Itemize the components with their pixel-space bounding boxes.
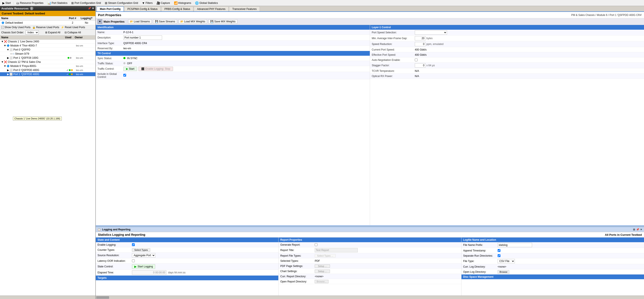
port-statistics-icon: 📊 xyxy=(47,1,51,5)
stream-toggle[interactable]: — xyxy=(10,52,13,55)
port0-qsfpdd-icon: ⬜ xyxy=(10,69,13,72)
tree-row-module6[interactable]: ▼ 🔷 Module 6 'Freya-800G- leo-vm xyxy=(0,64,95,68)
generate-report-checkbox[interactable] xyxy=(315,243,318,246)
file-name-prefix-input[interactable] xyxy=(498,243,532,247)
resource-tree[interactable]: ▼ ❌ Chassis 1 'Live Demo 2400 ▼ 🔷 Module… xyxy=(0,39,95,296)
port0-qsfp-icon: ⬜ xyxy=(10,48,13,51)
tab-advanced-phy[interactable]: Advanced PHY Features xyxy=(194,6,228,11)
testbed-name: Default testbed xyxy=(6,21,23,24)
logging-header-expand-icon[interactable]: ⊞ xyxy=(633,228,635,231)
resource-properties-button[interactable]: 🗂 Resource Properties xyxy=(15,1,45,5)
logging-header-pin-icon[interactable]: 📌 xyxy=(636,228,639,231)
tab-main-port-config[interactable]: Main Port Config xyxy=(97,6,124,11)
logging-header-close-icon[interactable]: ✕ xyxy=(640,228,642,231)
stream-config-grid-button[interactable]: ⊞ Stream Configuration Grid xyxy=(103,1,140,5)
start-logging-button[interactable]: ▶ Start Logging xyxy=(132,264,155,269)
tab-pcs-pma[interactable]: PCS/PMA Config & Status xyxy=(124,6,161,11)
histograms-button[interactable]: 📶 Histograms xyxy=(172,1,193,5)
tree-row-chassis1[interactable]: ▼ ❌ Chassis 1 'Live Demo 2400 xyxy=(0,39,95,44)
port-config-grid-button[interactable]: ⊞ Port Configuration Grid xyxy=(70,1,102,5)
expand-all-button[interactable]: ⊞ Expand All xyxy=(44,30,62,35)
enable-logging-checkbox[interactable] xyxy=(132,243,135,246)
port0-qsfp-toggle[interactable]: ▼ xyxy=(6,48,10,51)
min-ifg-input[interactable] xyxy=(415,36,426,40)
tree-owner-header: Owner xyxy=(75,36,94,39)
tree-row-chassis12[interactable]: ▼ ❌ Chassis 12 'PM & Sales Cha xyxy=(0,60,95,64)
log-open-log-dir-label: Open Log Directory: xyxy=(463,270,498,274)
stagger-input[interactable] xyxy=(415,63,426,67)
log-counter-types-value: Select Types xyxy=(132,248,276,252)
log-latency-value xyxy=(132,260,276,262)
log-curr-report-dir: Curr. Report Directory: <none> xyxy=(278,274,461,279)
port0-qsfpdd-toggle[interactable]: ▶ xyxy=(6,69,10,72)
filters-button[interactable]: ▼ Filters xyxy=(140,1,154,5)
speed-reduction-input[interactable] xyxy=(415,42,426,46)
prop-desc-input[interactable] xyxy=(123,35,162,40)
tree-row-port1-qsfpdd[interactable]: ▶ ⬜ Port 1 'QSFPDD 400G ✓ leo-vm xyxy=(0,72,95,76)
port-config-grid-icon: ⊞ xyxy=(71,1,74,5)
load-streams-button[interactable]: 📂 Load Streams xyxy=(128,19,152,24)
tab-prbs[interactable]: PRBS Config & Status xyxy=(161,6,193,11)
port-speed-select[interactable] xyxy=(415,30,447,35)
main-props-toggle[interactable]: ▼ xyxy=(98,19,102,24)
save-streams-button[interactable]: 💾 Save Streams xyxy=(153,19,177,24)
reserve-used-ports-checkbox[interactable]: 🔒 Reserve Used Ports xyxy=(32,26,59,29)
report-title-input[interactable] xyxy=(315,248,358,252)
collapse-all-button[interactable]: ⊟ Collapse All xyxy=(63,30,82,35)
port1-qsfp28-toggle[interactable]: ▶ xyxy=(6,56,10,59)
reset-used-ports-button[interactable]: ⚡ Reset Used Ports xyxy=(61,26,85,29)
port-statistics-button[interactable]: 📊 Port Statistics xyxy=(46,1,69,5)
port1-qsfpdd-toggle[interactable]: ▶ xyxy=(6,73,10,76)
sync-dot xyxy=(123,57,126,59)
testbed-logging: No xyxy=(79,21,94,24)
autoneg-checkbox[interactable] xyxy=(415,58,418,61)
log-file-type: File Type: CSV File xyxy=(462,258,644,264)
separate-run-dirs-checkbox[interactable] xyxy=(498,254,500,257)
log-latency-oor: Latency OOR Indication: xyxy=(96,258,278,264)
right-panel: Main Port Config PCS/PMA Config & Status… xyxy=(96,6,644,299)
traffic-start-button[interactable]: ▶ Start xyxy=(123,67,137,71)
logging-panel-header[interactable]: 📋 Logging and Reporting ⊞ 📌 ✕ xyxy=(96,227,644,232)
tab-transceiver[interactable]: Transceiver Features xyxy=(229,6,260,11)
start-button[interactable]: ▶ Start xyxy=(1,1,12,5)
chassis1-toggle[interactable]: ▼ xyxy=(1,40,4,43)
tree-row-port0-qsfpdd[interactable]: ▶ ⬜ Port 0 'QSFPDD 400G ✓ leo-vm xyxy=(0,68,95,72)
save-mix-weights-button[interactable]: 💾 Save MIX Weights xyxy=(208,19,237,24)
tree-row-module4[interactable]: ▼ 🔷 Module 4 'Thor-400G-7 leo-vm xyxy=(0,44,95,48)
latency-oor-checkbox[interactable] xyxy=(132,260,135,262)
properties-grid: Identification Name: P-12-6-1 Descriptio… xyxy=(96,25,644,225)
traffic-stop-button[interactable]: ⬛ Enable Logging: Stop xyxy=(138,67,173,71)
testbed-row[interactable]: 🔷 Default testbed 2 No xyxy=(0,21,95,25)
prop-tcvr-temp-label: TCVR Temperature: xyxy=(372,69,415,72)
port0-qsfpdd-used: ✓ xyxy=(63,69,76,72)
open-log-dir-button[interactable]: Browse xyxy=(498,270,510,274)
log-file-type-label: File Type: xyxy=(463,260,498,263)
prop-effective-port-speed: Effective Port Speed: 400 Gbit/s xyxy=(370,52,644,57)
counter-types-button[interactable]: Select Types xyxy=(132,248,150,252)
tree-row-port0-qsfp[interactable]: ▼ ⬜ Port 0 'QSFPD Chassis 1 'Live Demo 2… xyxy=(0,48,95,52)
tree-row-stream[interactable]: — ≡ Stream 0/79 xyxy=(0,52,95,56)
module6-owner: leo-vm xyxy=(76,65,95,67)
prop-autoneg-label: Auto-Negotiation Enable: xyxy=(372,58,415,61)
port1-dot-green xyxy=(68,57,69,59)
module6-toggle[interactable]: ▼ xyxy=(4,64,6,67)
open-report-dir-button[interactable]: Browse... xyxy=(315,280,328,283)
chassis12-toggle[interactable]: ▼ xyxy=(1,60,4,63)
close-left-icon[interactable]: ✕ xyxy=(92,7,94,10)
capture-button[interactable]: 🎥 Capture xyxy=(155,1,172,5)
source-resolution-select[interactable]: Aggregate Port xyxy=(132,253,156,258)
pdf-setup-button[interactable]: Setup ... xyxy=(315,264,330,268)
module4-toggle[interactable]: ▼ xyxy=(4,44,6,47)
load-mix-weights-button[interactable]: 📂 Load MIX Weights xyxy=(178,19,207,24)
global-control-checkbox[interactable] xyxy=(123,74,126,77)
sort-select[interactable]: Index Name IP xyxy=(26,30,39,35)
state-content-header: State and Content xyxy=(96,238,278,242)
global-statistics-button[interactable]: 🌐 Global Statistics xyxy=(194,1,219,5)
chassis-tooltip: Chassis 1 'Live Demo 2400G' (10.20.1.166… xyxy=(13,117,62,120)
chart-setup-button[interactable]: Setup ... xyxy=(315,270,330,273)
tree-row-port1-qsfp28[interactable]: ▶ ⬜ Port 1 'QSFP28 100G leo-vm xyxy=(0,56,95,60)
report-file-types-button[interactable]: Select Types ... xyxy=(315,254,336,258)
append-timestamp-checkbox[interactable] xyxy=(498,249,500,252)
file-type-select[interactable]: CSV File xyxy=(498,259,515,263)
show-only-used-checkbox[interactable]: Show Only Used Ports xyxy=(1,26,30,29)
